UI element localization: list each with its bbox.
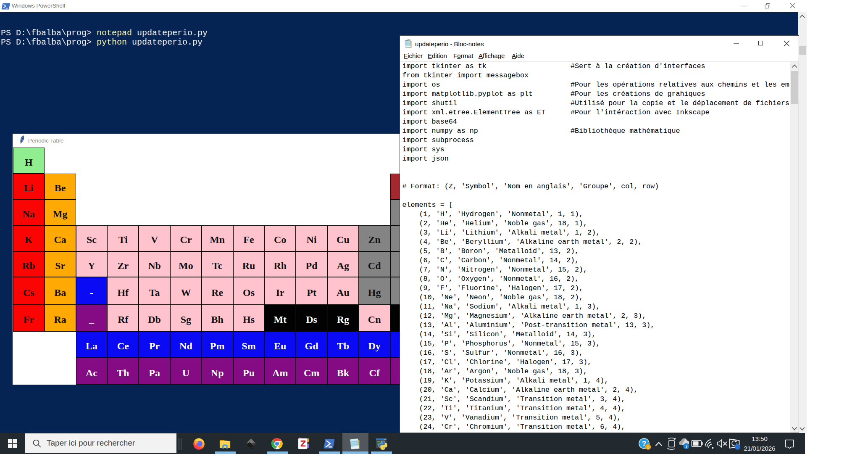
svg-text:i: i xyxy=(686,444,687,449)
svg-text:i: i xyxy=(647,445,649,449)
